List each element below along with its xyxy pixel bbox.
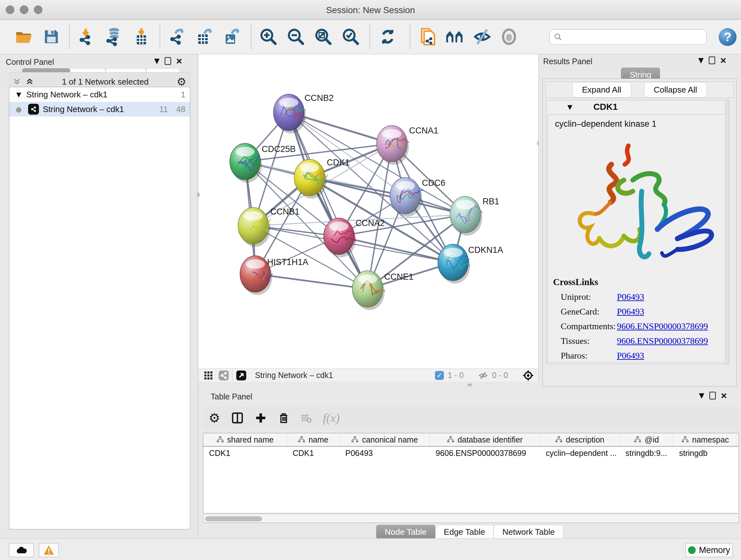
pharos-link[interactable]: P06493: [617, 351, 644, 361]
expand-all-icon[interactable]: [25, 78, 34, 86]
column-header[interactable]: description: [540, 433, 620, 446]
import-table-button[interactable]: [131, 26, 152, 47]
grid-view-icon[interactable]: [204, 371, 213, 380]
zoom-in-button[interactable]: [258, 26, 279, 47]
vertical-splitter-handle[interactable]: [197, 192, 200, 197]
add-column-icon[interactable]: [255, 412, 267, 424]
scrollbar-thumb[interactable]: [205, 516, 262, 521]
export-table-button[interactable]: [194, 26, 215, 47]
tab-network-table[interactable]: Network Table: [494, 525, 563, 539]
table-settings-gear-icon[interactable]: ⚙: [209, 411, 220, 425]
results-panel: Results Panel ▼ × String Expand All Coll…: [539, 54, 741, 388]
import-network-file-button[interactable]: [76, 26, 97, 47]
collection-expander-icon[interactable]: ▼: [16, 91, 21, 98]
panel-menu-icon[interactable]: ▼: [698, 56, 704, 64]
table-cell[interactable]: CDK1: [287, 447, 340, 459]
collapse-all-icon[interactable]: [13, 78, 21, 86]
graph-node-label: CCNA2: [355, 219, 385, 228]
refresh-view-button[interactable]: [377, 26, 398, 47]
float-panel-icon[interactable]: [165, 57, 171, 65]
export-network-button[interactable]: [166, 26, 188, 47]
entry-header[interactable]: ▼ CDK1: [546, 100, 729, 114]
results-scrollbar[interactable]: [725, 100, 729, 364]
table-cell[interactable]: 9606.ENSP00000378699: [430, 447, 540, 459]
graph-node[interactable]: [450, 196, 482, 236]
uniprot-link[interactable]: P06493: [617, 292, 644, 302]
tab-edge-table[interactable]: Edge Table: [435, 525, 494, 539]
table-cell[interactable]: CDK1: [203, 447, 287, 459]
graph-node[interactable]: [294, 159, 328, 199]
graph-node-label: RB1: [482, 197, 499, 206]
zoom-out-button[interactable]: [285, 26, 307, 47]
import-network-database-button[interactable]: [103, 26, 124, 47]
search-input[interactable]: [549, 29, 706, 45]
close-panel-icon[interactable]: ×: [176, 57, 182, 64]
birdseye-button[interactable]: [498, 26, 520, 47]
tab-node-table[interactable]: Node Table: [376, 525, 435, 539]
graph-node[interactable]: [230, 143, 262, 183]
table-cell[interactable]: stringdb: [673, 447, 737, 459]
delete-column-trash-icon[interactable]: [278, 412, 290, 424]
column-header[interactable]: namespac: [673, 433, 737, 446]
column-header[interactable]: shared name: [203, 433, 287, 446]
network-canvas[interactable]: CCNB2CCNA1CDC25BCDK1CDC6RB1CCNB1CCNA2CDK…: [199, 54, 539, 382]
share-view-icon[interactable]: [218, 370, 229, 381]
column-header[interactable]: name: [287, 433, 340, 446]
results-panel-title: Results Panel: [543, 57, 592, 66]
graph-node[interactable]: [438, 244, 470, 284]
find-protein-homes-button[interactable]: [444, 26, 465, 47]
graph-node[interactable]: [390, 178, 423, 217]
hidden-eye-icon[interactable]: [478, 370, 488, 381]
selected-checkbox-icon[interactable]: ✓: [435, 371, 444, 380]
export-image-button[interactable]: [221, 26, 243, 47]
graph-node[interactable]: [377, 125, 409, 165]
graph-node[interactable]: [273, 94, 306, 133]
table-cell[interactable]: stringdb:9...: [620, 447, 673, 459]
string-document-button[interactable]: [417, 26, 438, 47]
column-header[interactable]: canonical name: [340, 433, 430, 446]
genecard-link[interactable]: P06493: [617, 307, 644, 317]
graph-edge[interactable]: [339, 236, 453, 262]
column-visibility-icon[interactable]: [231, 412, 244, 424]
compartments-link[interactable]: 9606.ENSP00000378699: [617, 321, 708, 331]
entry-collapse-icon[interactable]: ▼: [567, 103, 572, 111]
expand-all-button[interactable]: Expand All: [572, 82, 631, 98]
panel-menu-icon[interactable]: ▼: [154, 57, 159, 65]
graph-node-label: CCNB2: [305, 93, 334, 103]
horizontal-splitter-handle[interactable]: [468, 383, 472, 386]
close-panel-icon[interactable]: ×: [721, 392, 727, 399]
memory-button[interactable]: Memory: [685, 543, 733, 557]
table-cell[interactable]: cyclin–dependent ...: [540, 447, 620, 459]
network-collection-row[interactable]: ▼ String Network – cdk1 1: [9, 87, 190, 102]
column-header[interactable]: @id: [620, 433, 673, 446]
panel-menu-icon[interactable]: ▼: [699, 391, 704, 399]
cdk1-entry: ▼ CDK1 cyclin–dependent kinase 1: [546, 100, 729, 364]
gear-icon[interactable]: ⚙: [177, 75, 186, 88]
zoom-selected-button[interactable]: [340, 26, 361, 47]
table-row[interactable]: CDK1CDK1P064939606.ENSP00000378699cyclin…: [203, 447, 739, 459]
selected-count: 1 - 0: [448, 371, 464, 380]
help-button[interactable]: ?: [719, 28, 737, 46]
table-cell[interactable]: P06493: [340, 447, 430, 459]
collapse-all-button[interactable]: Collapse All: [644, 82, 707, 98]
graph-node[interactable]: [324, 218, 356, 257]
network-graph[interactable]: CCNB2CCNA1CDC25BCDK1CDC6RB1CCNB1CCNA2CDK…: [199, 54, 539, 368]
close-panel-icon[interactable]: ×: [720, 57, 726, 64]
graph-node[interactable]: [238, 207, 271, 247]
zoom-fit-button[interactable]: [313, 26, 334, 47]
birdseye-toggle-icon[interactable]: [522, 370, 534, 381]
graph-node[interactable]: [352, 271, 385, 310]
tissues-link[interactable]: 9606.ENSP00000378699: [617, 336, 708, 346]
warnings-button[interactable]: [39, 543, 59, 557]
cloud-button[interactable]: [9, 543, 34, 557]
save-session-button[interactable]: [41, 26, 62, 47]
column-header[interactable]: database identifier: [430, 433, 540, 446]
table-horizontal-scrollbar[interactable]: [203, 515, 739, 523]
float-panel-icon[interactable]: [709, 57, 715, 64]
open-session-button[interactable]: [13, 26, 35, 47]
float-panel-icon[interactable]: [710, 392, 716, 399]
hide-display-button[interactable]: [472, 26, 493, 47]
network-row[interactable]: ● String Network – cdk1 11 48: [9, 102, 190, 117]
detach-view-icon[interactable]: [236, 370, 247, 381]
binoculars-homes-icon: [445, 27, 465, 47]
